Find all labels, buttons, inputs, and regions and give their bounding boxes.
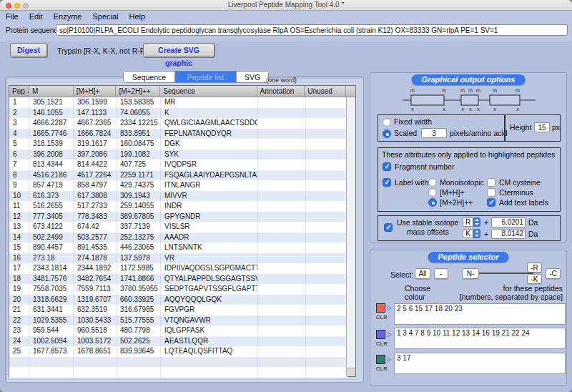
height-input[interactable] <box>534 122 550 132</box>
label-with-checkbox[interactable] <box>383 178 391 187</box>
peptide-numbers-input-1[interactable]: 2 5 6 15 17 18 20 23 <box>394 303 566 325</box>
table-row[interactable]: 241002.50941003.5172502.2625AEASTLQQR <box>9 336 347 347</box>
table-row[interactable]: 16273.18274.1878137.5978VR <box>9 253 347 264</box>
select-cterm-button[interactable]: -C <box>546 268 561 279</box>
peptide-numbers-input-2[interactable]: 1 3 4 7 8 9 10 11 12 13 14 16 19 21 22 2… <box>394 328 566 349</box>
cell-unused <box>306 129 347 139</box>
menu-edit[interactable]: Edit <box>29 12 43 21</box>
header-annotation[interactable]: Annotation <box>257 86 305 97</box>
select-dash-button[interactable]: - <box>434 268 448 279</box>
monoisotopic-radio[interactable] <box>428 178 437 187</box>
colour-swatch-2[interactable] <box>376 330 385 339</box>
select-all-button[interactable]: All <box>415 268 430 279</box>
table-row[interactable]: 11516.2655517.2733259.14055INDR <box>9 201 347 212</box>
cm-cysteine-checkbox[interactable] <box>487 178 495 187</box>
residue-r-select[interactable]: R <box>463 217 473 227</box>
cell-m: 318.1539 <box>29 139 74 150</box>
scaled-radio[interactable] <box>383 129 391 138</box>
fragment-number-checkbox[interactable] <box>383 162 391 171</box>
menu-special[interactable]: Special <box>92 12 118 21</box>
header-unused[interactable]: Unused <box>305 86 346 97</box>
table-row[interactable]: 172343.18142344.18921172.5985IDPIIVAQDGS… <box>9 263 347 274</box>
table-row[interactable]: 12777.3405778.3483389.67805GPYGNDR <box>9 212 347 222</box>
table-row[interactable]: 13673.4122674.42337.7139VISLSR <box>9 222 347 232</box>
header-mh[interactable]: [M+H]+ <box>74 86 117 97</box>
clr-button-3[interactable]: CLR <box>376 366 388 372</box>
header-m2h[interactable]: [M+2H]++ <box>116 86 160 97</box>
table-row[interactable]: 23959.544960.5518480.7798IQLGPFASK <box>9 325 347 336</box>
table-row[interactable]: 197558.70357559.71133780.35955SEDPTGAPVT… <box>9 284 347 295</box>
cell-pep: 1 <box>9 97 29 108</box>
cell-m: 396.2008 <box>29 150 74 160</box>
clr-button-2[interactable]: CLR <box>376 340 388 347</box>
table-row[interactable]: 14502.2499503.2577252.13275AAADR <box>9 232 347 243</box>
table-row[interactable]: 5318.1539319.1617160.08475DGK <box>9 139 347 150</box>
cell-annotation <box>258 118 306 129</box>
cell-unused <box>306 305 347 315</box>
cell-sequence: MR <box>161 97 258 108</box>
table-row[interactable]: 34666.22874667.23652334.12215QWLGICIAAGM… <box>9 118 347 129</box>
offset-k-input[interactable] <box>491 229 526 239</box>
disclosure-triangle-icon[interactable]: ▷ <box>388 356 392 363</box>
table-row[interactable]: 10616.373617.3808309.1943MIVVR <box>9 191 347 202</box>
colour-swatch-1[interactable] <box>376 303 385 313</box>
table-row[interactable]: 6396.2008397.2086199.1082SYK <box>9 150 347 160</box>
peptide-numbers-input-3[interactable]: 3 17 <box>394 353 566 374</box>
header-m[interactable]: M <box>29 86 74 97</box>
table-row[interactable]: 1305.1521306.1599153.58385MR <box>9 97 347 108</box>
protein-sequence-input[interactable] <box>56 24 568 36</box>
add-text-labels-checkbox[interactable] <box>487 198 495 207</box>
highlight-attributes-box: These attributes only applied to highlig… <box>378 147 561 212</box>
cell-m2h: 429.74375 <box>117 180 161 191</box>
menu-help[interactable]: Help <box>129 12 146 21</box>
digest-button[interactable]: Digest <box>10 43 47 57</box>
tab-peptide-list[interactable]: Peptide list <box>175 72 237 82</box>
select-lys-button[interactable]: -K <box>527 274 542 284</box>
tab-sequence[interactable]: Sequence <box>124 72 175 82</box>
table-row[interactable]: 15890.4457891.4535446.23065LNTSNNTK <box>9 242 347 253</box>
cell-m2h: 74.06055 <box>117 108 161 119</box>
disclosure-triangle-icon[interactable]: ▷ <box>388 331 392 338</box>
offset-r-input[interactable] <box>491 217 526 227</box>
menu-enzyme[interactable]: Enzyme <box>54 12 82 21</box>
header-pep[interactable]: Pep ▲ <box>9 86 29 97</box>
m2h-radio[interactable] <box>428 198 437 207</box>
cell-m2h: 259.14055 <box>117 201 161 212</box>
tab-svg[interactable]: SVG <box>237 72 268 82</box>
colour-swatch-3[interactable] <box>376 355 385 364</box>
cell-unused <box>306 253 347 264</box>
residue-r-stepper-icon[interactable] <box>473 217 480 227</box>
select-nterm-button[interactable]: N- <box>462 268 479 279</box>
table-row[interactable]: 7813.4344814.4422407.725IVQDPSR <box>9 160 347 170</box>
table-row[interactable]: 183481.75763482.76541741.8866QTYALPAPPDL… <box>9 274 347 285</box>
stable-isotope-checkbox[interactable] <box>384 223 393 232</box>
disclosure-triangle-icon[interactable]: ▷ <box>388 305 392 311</box>
header-sequence[interactable]: Sequence <box>160 86 257 97</box>
residue-k-stepper-icon[interactable] <box>473 229 480 238</box>
residue-k-select[interactable]: K <box>463 229 473 238</box>
table-row[interactable]: 2146.1055147.113374.06055K <box>9 108 347 119</box>
vertical-scrollbar[interactable] <box>346 97 355 376</box>
table-row[interactable]: 251677.85731678.8651839.93645LQTEAQLQSFI… <box>9 346 347 357</box>
mh-radio[interactable] <box>428 188 437 197</box>
table-row[interactable]: 41665.77461666.7824833.8951FEPLNATANQDYQ… <box>9 129 347 139</box>
cterminus-checkbox[interactable] <box>487 188 495 197</box>
cell-mh: 2344.1892 <box>74 263 117 274</box>
scaled-pixels-input[interactable] <box>421 128 447 138</box>
table-row[interactable]: 201318.66291319.6707660.33925AQQYQQQLGQK <box>9 295 347 305</box>
table-row[interactable]: 221029.53551030.5433515.77555VTQNGAVWR <box>9 315 347 326</box>
cell-mh: 858.4797 <box>74 180 117 191</box>
menu-file[interactable]: File <box>6 12 19 21</box>
cell-m: 1029.5355 <box>29 315 74 326</box>
cell-m: 777.3405 <box>29 212 74 222</box>
table-row[interactable]: 84516.21864517.22642259.1171FSQAGLAAIYDA… <box>9 170 347 181</box>
select-arg-button[interactable]: -R <box>527 263 542 273</box>
cell-annotation <box>258 97 306 108</box>
table-row[interactable]: 21631.3441632.3519316.67985FGVPGR <box>9 305 347 315</box>
cell-unused <box>306 315 347 326</box>
clr-button-1[interactable]: CLR <box>376 314 388 320</box>
plus-sign-k: + <box>484 230 488 238</box>
create-svg-button[interactable]: Create SVG graphic <box>143 43 214 57</box>
fixed-width-radio[interactable] <box>383 118 391 127</box>
table-row[interactable]: 9857.4719858.4797429.74375ITNLANGR <box>9 180 347 191</box>
